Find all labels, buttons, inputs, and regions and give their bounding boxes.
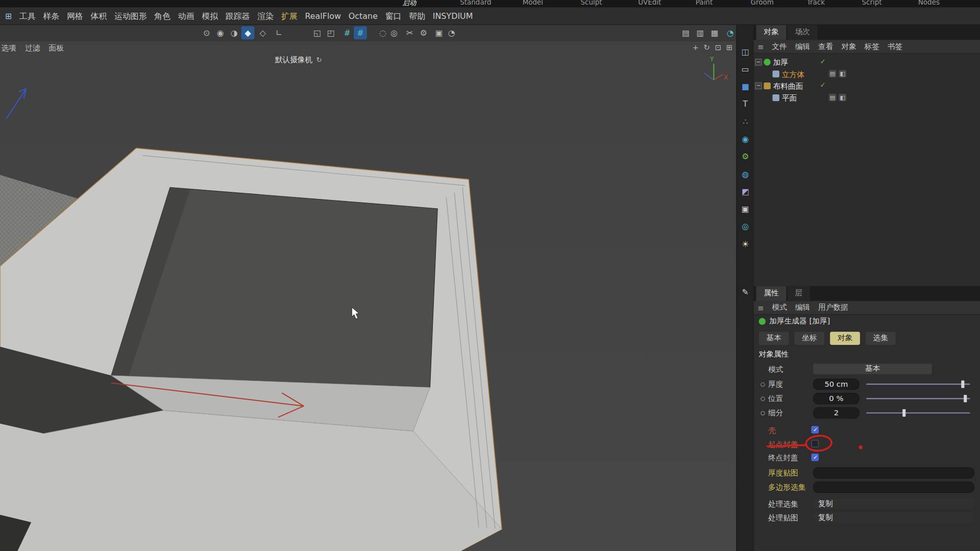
phong-tag-icon[interactable]: ◧ (839, 70, 846, 78)
app-grid-icon[interactable]: ⊞ (5, 11, 12, 20)
enabled-checkmark[interactable]: ✓ (820, 58, 826, 66)
menu-volume[interactable]: 体积 (90, 10, 107, 21)
menu-tracker[interactable]: 跟踪器 (226, 10, 250, 21)
thickness-map-field[interactable] (813, 467, 974, 479)
om-menu-tags[interactable]: 标签 (865, 41, 879, 52)
zoom-icon[interactable]: ⊡ (715, 43, 721, 52)
half-circle-icon[interactable]: ◑ (228, 26, 241, 39)
enabled-checkmark[interactable]: ✓ (820, 81, 826, 89)
om-menu-object[interactable]: 对象 (841, 41, 856, 52)
camera-icon[interactable]: ◎ (737, 219, 754, 234)
menu-help[interactable]: 帮助 (409, 10, 425, 21)
menu-render[interactable]: 渲染 (257, 10, 274, 21)
gear-icon[interactable]: ⚙ (417, 26, 430, 39)
thickness-slider-knob[interactable] (961, 381, 964, 388)
end-cap-checkbox[interactable] (811, 454, 819, 461)
menu-animate[interactable]: 动画 (178, 10, 194, 21)
viewport-menu-panel[interactable]: 面板 (49, 43, 64, 54)
object-row-thicken[interactable]: − 加厚 ✓ (754, 56, 980, 68)
workplane-alt-icon[interactable]: ◰ (325, 26, 338, 39)
menu-simulate[interactable]: 模拟 (202, 10, 218, 21)
convert-icon[interactable]: ⊙ (200, 26, 213, 39)
position-slider-knob[interactable] (964, 395, 967, 403)
dynamics-icon[interactable]: ◉ (737, 131, 754, 146)
camera-label[interactable]: 默认摄像机 ↻ (275, 55, 322, 66)
expander-icon[interactable]: − (755, 59, 762, 65)
workplane-icon[interactable]: ◱ (311, 26, 324, 39)
viewport-menu-options[interactable]: 选项 (1, 43, 16, 54)
scene-canvas[interactable]: Y X (0, 41, 736, 551)
render-view-icon[interactable]: ▤ (679, 26, 693, 39)
object-name[interactable]: 立方体 (782, 69, 804, 80)
menu-realflow[interactable]: RealFlow (305, 11, 341, 20)
menu-mesh[interactable]: 网格 (67, 10, 83, 21)
hamburger-icon[interactable]: ≡ (757, 42, 764, 51)
pan-icon[interactable]: + (692, 43, 698, 52)
key-bullet-icon[interactable] (761, 382, 765, 387)
thickness-input[interactable]: 50 cm (813, 379, 860, 390)
orbit-icon[interactable]: ↻ (704, 43, 710, 52)
viewport-menu-filter[interactable]: 过滤 (25, 43, 40, 54)
key-bullet-icon[interactable] (761, 397, 765, 402)
frame-icon[interactable]: ▭ (737, 61, 754, 76)
tab-takes[interactable]: 场次 (788, 25, 818, 40)
shell-checkbox[interactable] (811, 426, 819, 434)
deformer-icon[interactable]: ◩ (737, 184, 754, 198)
hamburger-icon[interactable]: ≡ (757, 303, 764, 312)
volume-icon[interactable]: ▣ (737, 201, 754, 216)
texture-tag-icon[interactable]: ▤ (829, 94, 837, 102)
viewport-3d[interactable]: Y X 选项 过滤 面板 默认摄像机 ↻ + ↻ ⊡ ⊞ (0, 41, 736, 551)
menu-mograph[interactable]: 运动图形 (114, 10, 147, 21)
scissors-icon[interactable]: ✂ (403, 26, 416, 39)
workspace-tab-sculpt[interactable]: Sculpt (581, 0, 602, 6)
render-picture-viewer-icon[interactable]: ▥ (694, 26, 707, 39)
render-settings-icon[interactable]: ▦ (708, 26, 721, 39)
center-icon[interactable]: ◉ (214, 26, 227, 39)
mode-dropdown[interactable]: 基本 (813, 364, 932, 374)
snap-grid-active-icon[interactable]: # (354, 26, 367, 39)
position-input[interactable]: 0 % (813, 393, 860, 404)
tab-layers[interactable]: 层 (788, 286, 810, 301)
workspace-tab-startup[interactable]: 启动 (400, 0, 419, 8)
axis-corner-icon[interactable]: ∟ (273, 26, 286, 39)
interactive-render-icon[interactable]: ◔ (724, 26, 737, 39)
particles-icon[interactable]: ∴ (737, 114, 754, 129)
menu-insydium[interactable]: INSYDIUM (433, 11, 473, 20)
quarter-sphere-icon[interactable]: ◔ (445, 26, 458, 39)
phong-tag-icon[interactable]: ◧ (839, 94, 846, 102)
polygon-selection-field[interactable] (813, 482, 974, 493)
subdivision-slider-knob[interactable] (902, 409, 905, 417)
layout-panel-icon[interactable]: ◫ (737, 44, 754, 59)
workspace-tab-standard[interactable]: Standard (460, 0, 491, 6)
gear-icon[interactable]: ⚙ (737, 148, 754, 163)
subdivision-input[interactable]: 2 (813, 407, 860, 418)
menu-character[interactable]: 角色 (154, 10, 170, 21)
workspace-tab-model[interactable]: Model (523, 0, 543, 6)
object-row-cube[interactable]: 立方体 ▤ ◧ (754, 68, 980, 80)
menu-spline[interactable]: 样条 (43, 10, 59, 21)
camera-menu-icon[interactable]: ↻ (316, 56, 322, 64)
position-slider[interactable] (866, 398, 970, 399)
om-menu-edit[interactable]: 编辑 (795, 41, 810, 52)
thickened-box-object[interactable] (0, 148, 502, 551)
section-tab-selection[interactable]: 选集 (866, 332, 896, 345)
process-map-dropdown[interactable]: 复制 (813, 512, 974, 523)
workspace-tab-script[interactable]: Script (862, 0, 882, 6)
tab-attributes[interactable]: 属性 (756, 286, 787, 301)
text-tool-icon[interactable]: T (737, 96, 754, 111)
section-tab-object[interactable]: 对象 (830, 332, 860, 345)
process-selection-dropdown[interactable]: 复制 (813, 498, 974, 509)
pencil-icon[interactable]: ✎ (737, 284, 754, 299)
object-name[interactable]: 平面 (782, 93, 797, 104)
workspace-tab-paint[interactable]: Paint (696, 0, 713, 6)
menu-window[interactable]: 窗口 (385, 10, 402, 21)
view-toggle-icon[interactable]: ⊞ (726, 43, 732, 52)
menu-octane[interactable]: Octane (349, 11, 378, 20)
workspace-tab-uvedit[interactable]: UVEdit (638, 0, 661, 6)
attr-menu-edit[interactable]: 编辑 (795, 303, 810, 313)
section-tab-coord[interactable]: 坐标 (794, 332, 824, 345)
object-row-plane[interactable]: 平面 ▤ ◧ (754, 92, 980, 104)
section-tab-basic[interactable]: 基本 (759, 332, 789, 345)
om-menu-file[interactable]: 文件 (772, 41, 787, 52)
key-bullet-icon[interactable] (761, 411, 765, 416)
